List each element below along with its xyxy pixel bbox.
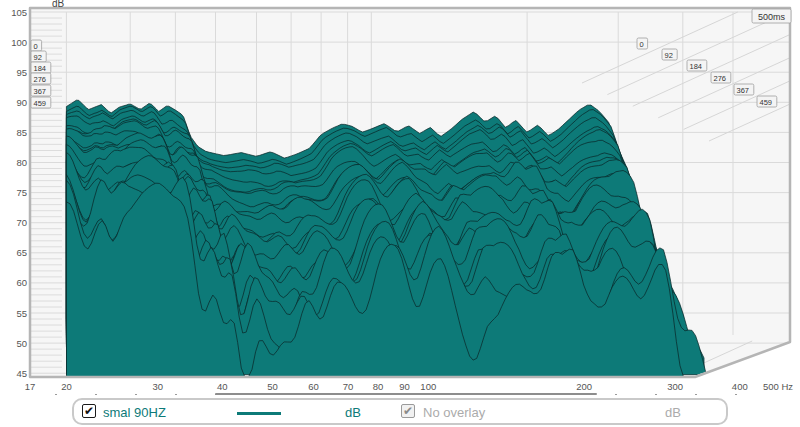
x-tick-label: 70 (343, 381, 354, 392)
waterfall-slices (66, 100, 708, 377)
y-tick-label: 85 (16, 127, 27, 138)
x-tick-label: 20 (61, 381, 72, 392)
time-slice-label-right: 459 (760, 98, 773, 107)
x-tick-label: 100 (420, 381, 436, 392)
y-tick-label: 70 (16, 217, 27, 228)
time-slice-label-left: 459 (34, 99, 47, 108)
time-slice-label-left: 0 (34, 42, 38, 51)
waterfall-chart[interactable]: 009292184184276276367367459459500ms10510… (0, 0, 800, 427)
y-tick-label: 95 (16, 67, 27, 78)
overlay-checkbox[interactable]: ✔ (401, 404, 415, 418)
x-tick-label: 200 (576, 381, 592, 392)
y-tick-label: 90 (16, 97, 27, 108)
time-slice-label-left: 367 (34, 87, 47, 96)
y-tick-label: 65 (16, 247, 27, 258)
time-slice-label-right: 92 (665, 51, 673, 60)
x-tick-label: 30 (152, 381, 163, 392)
y-tick-label: 55 (16, 308, 27, 319)
x-tick-label: 60 (308, 381, 319, 392)
x-tick-label: 80 (373, 381, 384, 392)
y-tick-label: 50 (16, 338, 27, 349)
x-tick-label: 50 (267, 381, 278, 392)
time-slice-label-left: 92 (34, 53, 42, 62)
y-tick-label: 75 (16, 187, 27, 198)
trace-label[interactable]: smal 90HZ (103, 405, 166, 420)
time-window-label: 500ms (758, 12, 786, 22)
y-tick-label: 45 (16, 368, 27, 379)
y-tick-label: 80 (16, 157, 27, 168)
time-scrubber[interactable] (215, 393, 597, 395)
y-tick-label: 60 (16, 277, 27, 288)
time-slice-label-right: 276 (714, 74, 727, 83)
trace-checkbox[interactable]: ✔ (82, 404, 96, 418)
overlay-unit-label: dB (665, 405, 681, 420)
x-tick-label: 500 Hz (763, 381, 793, 392)
y-tick-label: 100 (11, 37, 27, 48)
time-slice-label-right: 184 (690, 62, 703, 71)
legend-bar: ✔ smal 90HZ dB ✔ No overlay dB (72, 398, 728, 425)
trace-line-sample (237, 412, 281, 415)
time-slice-label-right: 367 (737, 86, 750, 95)
y-axis-title: dB (52, 0, 64, 9)
y-tick-label: 105 (11, 7, 27, 18)
x-tick-label: 300 (667, 381, 683, 392)
time-slice-label-left: 184 (34, 64, 47, 73)
waterfall-window: 009292184184276276367367459459500ms10510… (0, 0, 800, 427)
time-slice-label-right: 0 (640, 40, 644, 49)
x-tick-label: 90 (399, 381, 410, 392)
x-tick-label: 17 (25, 381, 36, 392)
time-slice-label-left: 276 (34, 75, 47, 84)
floor-time-line (790, 341, 800, 376)
x-tick-label: 40 (217, 381, 228, 392)
overlay-label: No overlay (423, 405, 485, 420)
plot-area[interactable] (30, 8, 800, 377)
x-tick-label: 400 (732, 381, 748, 392)
trace-unit-label: dB (345, 405, 361, 420)
